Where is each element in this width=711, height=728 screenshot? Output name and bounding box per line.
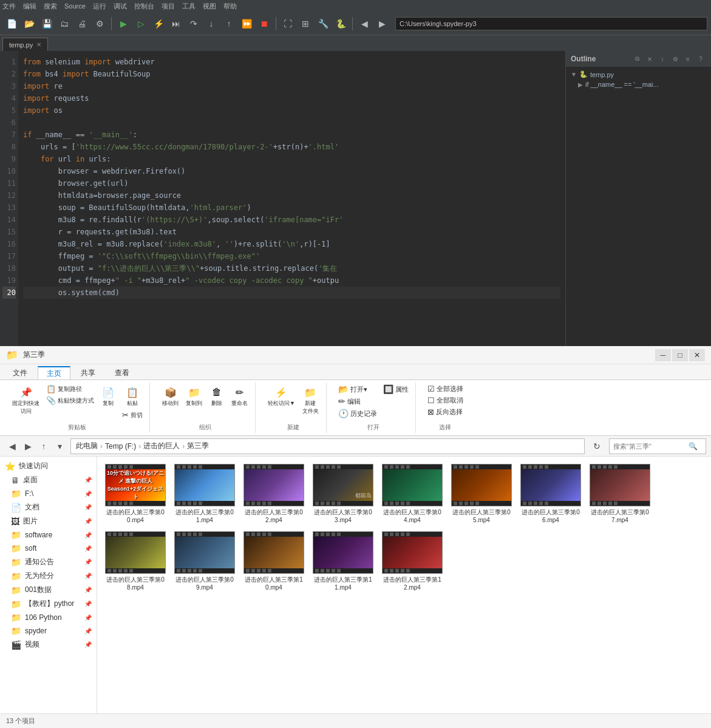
sidebar-item-notice[interactable]: 📁 通知公告 📌	[0, 555, 97, 569]
paste-shortcut-btn[interactable]: 📎 粘贴快捷方式	[44, 395, 96, 406]
menu-source[interactable]: Source	[64, 2, 86, 10]
open-file-btn[interactable]: 📂	[21, 16, 37, 32]
outline-gear-icon[interactable]: ⚙	[670, 53, 681, 64]
file-item-08[interactable]: 进击的巨人第三季第08.mp4	[102, 529, 169, 594]
menu-view[interactable]: 视图	[203, 2, 216, 11]
sidebar-item-desktop[interactable]: 🖥 桌面 📌	[0, 473, 97, 487]
open-file-btn[interactable]: 📂 打开▾	[336, 384, 369, 395]
save-all-btn[interactable]: 🗂	[56, 16, 72, 32]
move-to-btn[interactable]: 📦 移动到	[160, 384, 181, 409]
path-computer[interactable]: 此电脑	[76, 441, 98, 451]
menu-run[interactable]: 运行	[93, 2, 106, 11]
continue-btn[interactable]: ⏩	[239, 16, 254, 32]
refresh-btn[interactable]: ↻	[588, 439, 605, 454]
maximize-button[interactable]: □	[672, 349, 688, 361]
file-item-01[interactable]: 进击的巨人第三季第01.mp4	[171, 461, 238, 526]
file-item-07[interactable]: 进击的巨人第三季第07.mp4	[587, 461, 653, 526]
tab-close-icon[interactable]: ✕	[36, 41, 41, 48]
search-input[interactable]	[613, 443, 686, 450]
forward-btn[interactable]: ▶	[374, 16, 390, 32]
sidebar-item-f[interactable]: 📁 F:\ 📌	[0, 487, 97, 500]
debug-btn[interactable]: ⚡	[151, 16, 166, 32]
new-folder-btn[interactable]: 📁 新建文件夹	[300, 384, 321, 417]
menu-search[interactable]: 搜索	[44, 2, 57, 11]
file-item-06[interactable]: 进击的巨人第三季第06.mp4	[517, 461, 584, 526]
copy-btn[interactable]: 📄 复制	[98, 384, 118, 409]
cut-btn[interactable]: ✂ 剪切	[120, 410, 145, 420]
sidebar-item-soft[interactable]: 📁 soft 📌	[0, 542, 97, 555]
select-all-btn[interactable]: ☑ 全部选择	[426, 384, 465, 394]
file-item-04[interactable]: 进击的巨人第三季第04.mp4	[379, 461, 446, 526]
rename-btn[interactable]: ✏ 重命名	[229, 384, 250, 409]
run-sel-btn[interactable]: ▷	[133, 16, 149, 32]
menu-help[interactable]: 帮助	[223, 2, 237, 11]
sidebar-item-001[interactable]: 📁 001数据 📌	[0, 583, 97, 597]
menu-console[interactable]: 控制台	[134, 2, 154, 11]
file-item-05[interactable]: 进击的巨人第三季第05.mp4	[448, 461, 515, 526]
stop-btn[interactable]: ⏹	[256, 16, 272, 32]
sidebar-item-106[interactable]: 📁 106 Python 📌	[0, 611, 97, 624]
step-over-btn[interactable]: ↷	[186, 16, 202, 32]
menu-file[interactable]: 文件	[2, 2, 16, 11]
history-btn[interactable]: 🕐 历史记录	[336, 408, 379, 419]
file-item-12[interactable]: 进击的巨人第三季第12.mp4	[379, 529, 446, 594]
path-series[interactable]: 进击的巨人	[143, 441, 180, 451]
copy-to-btn[interactable]: 📁 复制到	[183, 384, 205, 409]
back-btn[interactable]: ◀	[356, 16, 372, 32]
file-item-00[interactable]: 10分で追いつける!アニメ 進撃の巨人Season1+2ダイジェスト 进击的巨人…	[102, 461, 169, 526]
outline-file-item[interactable]: ▼ 🐍 temp.py	[568, 69, 709, 80]
ribbon-tab-file[interactable]: 文件	[4, 366, 36, 379]
save-btn[interactable]: 💾	[39, 16, 55, 32]
file-item-11[interactable]: 进击的巨人第三季第11.mp4	[310, 529, 376, 594]
new-file-btn[interactable]: 📄	[4, 16, 19, 32]
deselect-all-btn[interactable]: ☐ 全部取消	[426, 395, 465, 406]
file-item-02[interactable]: 进击的巨人第三季第02.mp4	[240, 461, 307, 526]
outline-close-icon[interactable]: ✕	[644, 53, 655, 64]
new-quick-btn[interactable]: ⚡ 轻松访问▼	[265, 384, 298, 409]
sidebar-item-software[interactable]: 📁 software 📌	[0, 528, 97, 542]
tab-temp-py[interactable]: temp.py ✕	[2, 38, 48, 51]
close-button[interactable]: ✕	[689, 349, 705, 361]
print-btn[interactable]: 🖨	[74, 16, 90, 32]
ribbon-tab-view[interactable]: 查看	[106, 366, 138, 379]
menu-debug[interactable]: 调试	[114, 2, 127, 11]
outline-main-item[interactable]: ▶ if __name__ == '__mai...	[568, 80, 709, 89]
search-box[interactable]: 🔍	[609, 438, 706, 454]
pin-quick-access-btn[interactable]: 📌 固定到快速访问	[10, 384, 42, 417]
run-btn[interactable]: ▶	[115, 16, 131, 32]
nav-forward-btn[interactable]: ▶	[21, 439, 35, 454]
paste-btn[interactable]: 📋 粘贴	[123, 384, 142, 409]
outline-copy-icon[interactable]: ⧉	[631, 53, 642, 64]
menu-projects[interactable]: 项目	[162, 2, 175, 11]
outline-settings-icon[interactable]: ≡	[682, 53, 693, 64]
delete-btn[interactable]: 🗑 删除	[207, 384, 226, 409]
step-btn[interactable]: ⏭	[168, 16, 184, 32]
outline-question-icon[interactable]: ?	[695, 53, 706, 64]
file-item-10[interactable]: 进击的巨人第三季第10.mp4	[240, 529, 307, 594]
edit-btn[interactable]: ✏ 编辑	[336, 396, 362, 407]
maximize-btn[interactable]: ⛶	[280, 16, 296, 32]
file-item-09[interactable]: 进击的巨人第三季第09.mp4	[171, 529, 238, 594]
sidebar-item-docs[interactable]: 📄 文档 📌	[0, 500, 97, 514]
menu-edit[interactable]: 编辑	[23, 2, 36, 11]
settings-btn[interactable]: ⚙	[92, 16, 107, 32]
path-drive[interactable]: Temp (F:)	[105, 442, 136, 451]
sidebar-item-tutorial[interactable]: 📁 【教程】pythor 📌	[0, 597, 97, 611]
nav-back-btn[interactable]: ◀	[5, 439, 19, 454]
outline-expand-icon[interactable]: ↕	[657, 53, 668, 64]
properties-btn[interactable]: 🔲 属性	[381, 384, 410, 395]
nav-up-btn[interactable]: ↑	[36, 439, 51, 454]
address-input[interactable]	[395, 17, 707, 30]
step-out-btn[interactable]: ↑	[221, 16, 237, 32]
menu-tools[interactable]: 工具	[182, 2, 196, 11]
address-path[interactable]: 此电脑 › Temp (F:) › 进击的巨人 › 第三季	[70, 438, 585, 454]
invert-selection-btn[interactable]: ⊠ 反向选择	[426, 407, 464, 417]
file-item-03[interactable]: 都留岛 进击的巨人第三季第03.mp4	[310, 461, 376, 526]
tile-btn[interactable]: ⊞	[298, 16, 313, 32]
tools2-btn[interactable]: 🔧	[315, 16, 331, 32]
sidebar-item-video[interactable]: 🎬 视频 📌	[0, 638, 97, 651]
file-grid-area[interactable]: 10分で追いつける!アニメ 進撃の巨人Season1+2ダイジェスト 进击的巨人…	[97, 457, 711, 713]
path-season[interactable]: 第三季	[187, 441, 209, 451]
sidebar-item-quick-access[interactable]: ⭐ 快速访问	[0, 459, 97, 473]
nav-recent-btn[interactable]: ▾	[52, 439, 67, 454]
